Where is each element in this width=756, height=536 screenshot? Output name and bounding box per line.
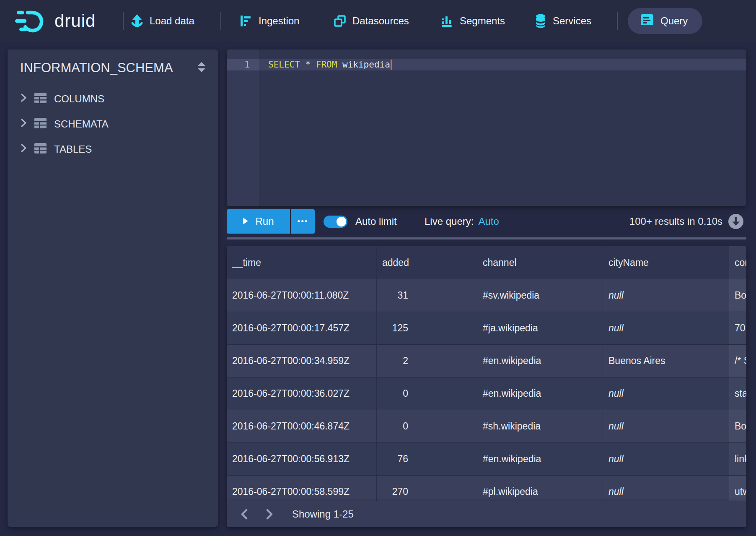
cell-added: 0	[377, 377, 477, 410]
editor-results-splitter[interactable]	[227, 237, 746, 239]
top-navbar: druid Load data	[0, 0, 756, 42]
live-query-label: Live query:	[425, 216, 474, 227]
table-row: 2016-06-27T00:00:17.457Z 125 #ja.wikiped…	[227, 312, 746, 344]
tree-item-columns[interactable]: COLUMNS	[8, 86, 218, 112]
druid-logo-text[interactable]: druid	[54, 0, 96, 42]
cell-channel: #en.wikipedia	[477, 345, 603, 377]
column-header-comment[interactable]: comment	[729, 246, 746, 279]
sql-identifier: wikipedia	[337, 60, 390, 70]
schema-tree: COLUMNS SCHEMATA	[8, 86, 218, 162]
nav-divider	[617, 12, 618, 30]
chevron-right-icon[interactable]	[20, 143, 27, 155]
schema-sidebar: INFORMATION_SCHEMA COLUMNS	[8, 49, 218, 527]
live-query-group: Live query: Auto	[425, 209, 499, 234]
cell-time: 2016-06-27T00:00:34.959Z	[227, 345, 377, 377]
cell-time: 2016-06-27T00:00:56.913Z	[227, 443, 377, 475]
datasources-icon	[334, 15, 346, 27]
column-header-channel[interactable]: channel	[477, 246, 603, 279]
text-cursor	[391, 60, 392, 70]
table-row: 2016-06-27T00:00:36.027Z 0 #en.wikipedia…	[227, 377, 746, 410]
more-dots-icon: •••	[298, 217, 308, 226]
cell-added: 0	[377, 410, 477, 442]
run-more-options-button[interactable]: •••	[291, 209, 315, 234]
cell-comment: link	[729, 443, 746, 475]
cell-channel: #pl.wikipedia	[477, 476, 603, 501]
cell-cityname: null	[603, 476, 729, 501]
results-pagination-bar: Showing 1-25	[227, 501, 746, 527]
query-results-table: __time added channel cityName comment 20…	[227, 246, 746, 501]
tree-item-tables[interactable]: TABLES	[8, 137, 218, 162]
sql-keyword: FROM	[316, 60, 337, 70]
nav-item-services[interactable]: Services	[535, 0, 591, 42]
column-header-cityname[interactable]: cityName	[603, 246, 729, 279]
nav-divider	[123, 12, 124, 30]
ingestion-icon	[240, 15, 252, 27]
auto-limit-toggle[interactable]	[324, 216, 347, 228]
column-header-added[interactable]: added	[377, 246, 477, 279]
cell-time: 2016-06-27T00:00:58.599Z	[227, 476, 377, 501]
nav-divider	[220, 12, 221, 30]
prev-page-button[interactable]	[235, 505, 254, 523]
table-icon	[34, 143, 47, 156]
chevron-right-icon[interactable]	[20, 118, 27, 130]
cell-cityname: null	[603, 443, 729, 475]
druid-logo-icon[interactable]	[15, 0, 51, 42]
table-row: 2016-06-27T00:00:58.599Z 270 #pl.wikiped…	[227, 475, 746, 501]
services-icon	[535, 14, 546, 28]
results-summary: 100+ results in 0.10s	[629, 216, 722, 227]
table-row: 2016-06-27T00:00:56.913Z 76 #en.wikipedi…	[227, 442, 746, 475]
column-header-time[interactable]: __time	[227, 246, 377, 279]
cell-channel: #sh.wikipedia	[477, 410, 603, 442]
cell-comment: Bot	[729, 410, 746, 442]
nav-item-query-active[interactable]: Query	[628, 8, 702, 34]
table-icon	[34, 92, 47, 106]
nav-item-label: Ingestion	[259, 15, 299, 27]
editor-active-line[interactable]: 1 SELECT * FROM wikipedia	[227, 59, 746, 70]
sql-code-line[interactable]: SELECT * FROM wikipedia	[259, 59, 746, 70]
cell-added: 125	[377, 312, 477, 344]
cell-channel: #ja.wikipedia	[477, 312, 603, 344]
schema-select-caret-icon[interactable]	[197, 61, 206, 75]
nav-item-datasources[interactable]: Datasources	[334, 0, 409, 42]
cell-comment: sta	[729, 377, 746, 410]
cell-cityname: null	[603, 410, 729, 442]
showing-range-label: Showing 1-25	[292, 508, 354, 520]
results-summary-group: 100+ results in 0.10s	[629, 209, 744, 234]
nav-item-label: Load data	[150, 15, 194, 27]
nav-item-ingestion[interactable]: Ingestion	[240, 0, 299, 42]
auto-limit-label: Auto limit	[355, 209, 397, 234]
nav-item-load-data[interactable]: Load data	[131, 0, 194, 42]
live-query-value[interactable]: Auto	[478, 216, 499, 227]
sql-editor[interactable]: 1 SELECT * FROM wikipedia	[227, 49, 746, 206]
table-row: 2016-06-27T00:00:34.959Z 2 #en.wikipedia…	[227, 344, 746, 377]
cell-added: 76	[377, 443, 477, 475]
schema-title: INFORMATION_SCHEMA	[20, 60, 173, 75]
run-button[interactable]: Run	[227, 209, 290, 234]
cell-added: 31	[377, 279, 477, 312]
nav-item-label: Segments	[460, 15, 505, 27]
nav-item-segments[interactable]: Segments	[441, 0, 505, 42]
sql-operator: *	[300, 60, 316, 70]
run-button-label: Run	[255, 216, 274, 227]
toggle-knob	[337, 217, 346, 226]
tree-item-label: COLUMNS	[54, 93, 104, 105]
tree-item-schemata[interactable]: SCHEMATA	[8, 112, 218, 137]
nav-item-label: Datasources	[352, 15, 409, 27]
cell-channel: #en.wikipedia	[477, 443, 603, 475]
nav-item-label: Query	[660, 15, 688, 27]
cell-cityname: null	[603, 312, 729, 344]
load-data-icon	[131, 14, 143, 28]
download-results-button[interactable]	[728, 213, 744, 229]
chevron-right-icon[interactable]	[20, 93, 27, 105]
next-page-button[interactable]	[260, 505, 279, 523]
segments-icon	[441, 15, 453, 27]
cell-comment: Bot	[729, 279, 746, 312]
cell-added: 270	[377, 476, 477, 501]
cell-comment: 70.	[729, 312, 746, 344]
nav-item-label: Services	[553, 15, 591, 27]
line-number: 1	[227, 59, 259, 70]
sql-keyword: SELECT	[268, 60, 300, 70]
tree-item-label: SCHEMATA	[54, 118, 109, 130]
cell-cityname: Buenos Aires	[603, 345, 729, 377]
cell-channel: #en.wikipedia	[477, 377, 603, 410]
